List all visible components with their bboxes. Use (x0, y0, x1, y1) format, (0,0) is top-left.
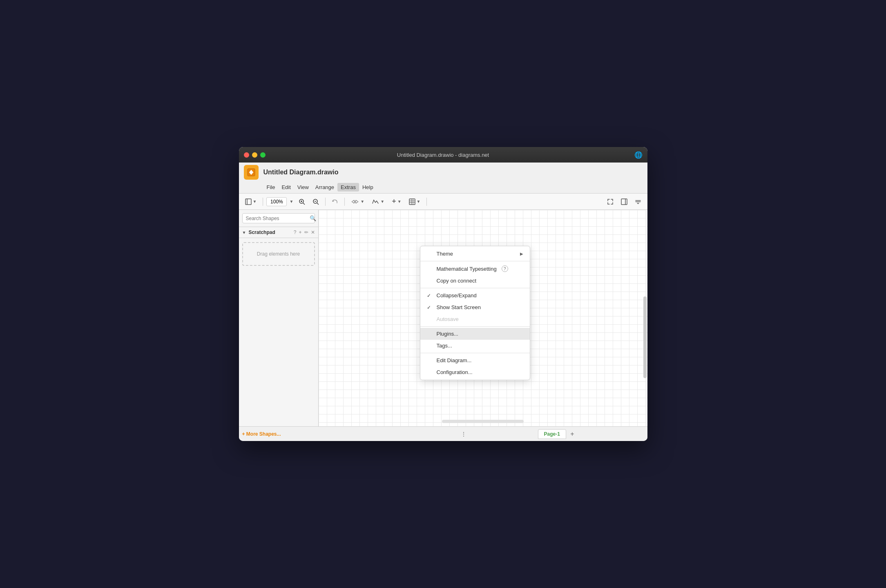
svg-rect-10 (409, 199, 415, 205)
bottom-bar: + More Shapes... ⋮ Page-1 + (239, 426, 647, 441)
menu-help[interactable]: Help (359, 183, 377, 192)
menu-entry-edit-diagram[interactable]: Edit Diagram... (420, 354, 530, 366)
vertical-scrollbar[interactable] (643, 296, 647, 426)
horizontal-scrollbar[interactable] (442, 420, 524, 423)
insert-button[interactable]: + ▼ (389, 195, 404, 208)
globe-icon[interactable]: 🌐 (634, 151, 643, 159)
direction-icon (351, 198, 359, 205)
collapse-icon (635, 198, 641, 205)
sidebar: 🔍 ▼ Scratchpad ? + ✏ ✕ Drag elements her… (239, 210, 319, 426)
waypoint-icon (372, 198, 379, 205)
menu-entry-math[interactable]: Mathematical Typesetting ? (420, 263, 530, 275)
menu-bar: File Edit View Arrange Extras Help (239, 182, 647, 193)
scratchpad-label: Scratchpad (248, 229, 291, 235)
close-button[interactable] (244, 152, 249, 158)
page-tabs-area: Page-1 + (471, 429, 644, 439)
menu-view[interactable]: View (294, 183, 312, 192)
svg-line-6 (303, 203, 305, 205)
zoom-in-icon (299, 198, 305, 205)
menu-edit[interactable]: Edit (278, 183, 294, 192)
more-shapes-button[interactable]: + More Shapes... (242, 431, 281, 437)
table-icon (409, 198, 415, 205)
add-page-button[interactable]: + (568, 430, 577, 439)
math-help-icon[interactable]: ? (502, 265, 508, 272)
format-panel-toggle[interactable]: ▼ (242, 196, 260, 207)
zoom-in-button[interactable] (296, 196, 308, 207)
direction-arrow: ▼ (360, 199, 364, 204)
scratchpad-expand-icon[interactable]: ▼ (242, 230, 246, 235)
collapse-button[interactable] (632, 196, 644, 207)
autosave-label: Autosave (437, 316, 459, 322)
scratchpad-add-icon[interactable]: + (299, 229, 301, 235)
layout-icon (245, 198, 252, 205)
zoom-out-button[interactable] (310, 196, 322, 207)
window-title: Untitled Diagram.drawio - diagrams.net (397, 152, 489, 158)
undo-button[interactable] (329, 196, 341, 207)
menu-entry-plugins[interactable]: Plugins... (420, 328, 530, 340)
zoom-dropdown-arrow[interactable]: ▼ (288, 199, 294, 204)
search-box: 🔍 (242, 213, 315, 223)
scratchpad-help-icon[interactable]: ? (294, 229, 297, 235)
zoom-display[interactable]: 100% (266, 197, 287, 206)
menu-extras[interactable]: Extras (337, 183, 359, 192)
canvas-area[interactable]: Theme ▶ Mathematical Typesetting ? Copy … (319, 210, 647, 426)
separator-1 (263, 198, 263, 206)
waypoint-button[interactable]: ▼ (369, 196, 387, 207)
separator-2 (325, 198, 326, 206)
menu-entry-collapse[interactable]: ✓ Collapse/Expand (420, 290, 530, 301)
menu-file[interactable]: File (263, 183, 279, 192)
search-icon: 🔍 (310, 215, 316, 221)
traffic-lights (244, 152, 266, 158)
menu-entry-theme[interactable]: Theme ▶ (420, 248, 530, 260)
svg-line-9 (317, 203, 319, 205)
app-logo (244, 165, 259, 180)
scratchpad-edit-icon[interactable]: ✏ (304, 229, 308, 235)
search-input[interactable] (246, 216, 307, 221)
menu-entry-copy-connect[interactable]: Copy on connect (420, 275, 530, 287)
menu-entry-autosave: Autosave (420, 313, 530, 325)
fullscreen-icon (607, 198, 614, 205)
collapse-label: Collapse/Expand (437, 292, 477, 298)
table-arrow: ▼ (417, 199, 421, 204)
menu-entry-configuration[interactable]: Configuration... (420, 366, 530, 378)
page-options-icon[interactable]: ⋮ (459, 429, 468, 439)
tags-label: Tags... (437, 343, 452, 349)
direction-button[interactable]: ▼ (348, 196, 367, 207)
separator-4 (426, 198, 427, 206)
divider-3 (420, 326, 530, 327)
table-button[interactable]: ▼ (406, 196, 424, 207)
scratchpad-header: ▼ Scratchpad ? + ✏ ✕ (239, 227, 318, 238)
divider-1 (420, 261, 530, 261)
maximize-button[interactable] (260, 152, 266, 158)
copy-connect-label: Copy on connect (437, 278, 477, 284)
divider-4 (420, 353, 530, 353)
fullscreen-button[interactable] (604, 196, 616, 207)
insert-arrow: ▼ (397, 199, 402, 204)
undo-icon (332, 198, 338, 205)
panel-right-icon (621, 198, 627, 205)
math-label: Mathematical Typesetting (437, 266, 497, 272)
menu-entry-tags[interactable]: Tags... (420, 340, 530, 352)
svg-rect-15 (621, 199, 627, 205)
panel-toggle-right[interactable] (618, 196, 630, 207)
app-title: Untitled Diagram.drawio (263, 169, 339, 176)
waypoint-arrow: ▼ (380, 199, 384, 204)
separator-3 (344, 198, 345, 206)
app-header: Untitled Diagram.drawio File Edit View A… (239, 163, 647, 194)
minimize-button[interactable] (252, 152, 257, 158)
svg-rect-1 (245, 199, 251, 205)
title-bar: Untitled Diagram.drawio - diagrams.net 🌐 (239, 147, 647, 163)
toolbar: ▼ 100% ▼ (239, 194, 647, 210)
start-screen-label: Show Start Screen (437, 304, 481, 310)
page-tab-1[interactable]: Page-1 (538, 429, 566, 439)
scrollbar-thumb (643, 296, 647, 378)
start-screen-check: ✓ (427, 305, 433, 310)
menu-entry-start-screen[interactable]: ✓ Show Start Screen (420, 301, 530, 313)
theme-label: Theme (437, 251, 453, 257)
main-content: 🔍 ▼ Scratchpad ? + ✏ ✕ Drag elements her… (239, 210, 647, 426)
configuration-label: Configuration... (437, 369, 473, 375)
menu-arrange[interactable]: Arrange (312, 183, 337, 192)
scratchpad-close-icon[interactable]: ✕ (311, 229, 315, 235)
search-container: 🔍 (239, 210, 318, 227)
theme-arrow-icon: ▶ (520, 252, 523, 256)
